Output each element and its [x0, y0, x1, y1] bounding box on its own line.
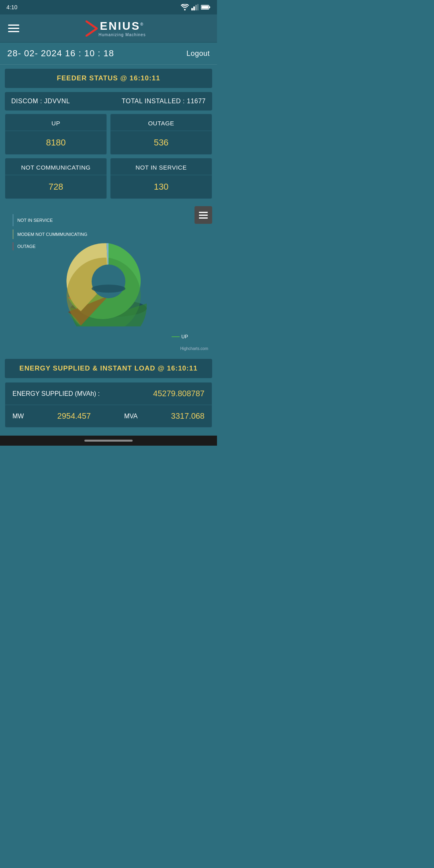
svg-rect-2: [195, 5, 197, 10]
discom-row: DISCOM : JDVVNL TOTAL INSTALLED : 11677: [5, 92, 212, 111]
battery-icon: [201, 4, 211, 10]
stat-card-not-in-service[interactable]: NOT IN SERVICE 130: [110, 158, 212, 199]
svg-rect-0: [191, 8, 193, 10]
stat-value-not-communicating: 728: [5, 175, 106, 199]
brand-name: ENIUS®: [100, 20, 145, 33]
mva-label: MVA: [124, 413, 137, 420]
datetime-bar: 28- 02- 2024 16 : 10 : 18 Logout: [0, 43, 217, 65]
stat-value-up: 8180: [5, 131, 106, 154]
stats-grid: UP 8180 OUTAGE 536 NOT COMMUNICATING 728…: [5, 114, 212, 199]
svg-rect-5: [209, 6, 210, 8]
feeder-status-text: FEEDER STATUS @ 16:10:11: [57, 74, 160, 82]
bottom-bar: [0, 436, 217, 446]
status-time: 4:10: [6, 4, 17, 10]
datetime-display: 28- 02- 2024 16 : 10 : 18: [7, 48, 114, 59]
energy-table: ENERGY SUPPLIED (MVAh) : 45279.808787 MW…: [5, 382, 212, 428]
stat-card-not-communicating[interactable]: NOT COMMUNICATING 728: [5, 158, 107, 199]
tagline: Humanizing Machines: [98, 33, 145, 37]
stat-value-not-in-service: 130: [111, 175, 212, 199]
header: ENIUS® Humanizing Machines: [0, 14, 217, 43]
legend-not-in-service-label: NOT IN SERVICE: [17, 218, 53, 223]
highcharts-credit: Highcharts.com: [180, 346, 208, 351]
svg-rect-3: [197, 4, 199, 10]
status-bar: 4:10: [0, 0, 217, 14]
logo-x-icon: [86, 20, 98, 37]
svg-rect-1: [193, 6, 195, 10]
svg-point-9: [92, 285, 125, 293]
energy-mw-mva-row: MW 2954.457 MVA 3317.068: [5, 405, 212, 427]
legend-outage-label: OUTAGE: [17, 244, 36, 249]
stat-label-outage: OUTAGE: [111, 114, 212, 131]
mw-label: MW: [12, 413, 24, 420]
energy-banner: ENERGY SUPPLIED & INSTANT LOAD @ 16:10:1…: [5, 359, 212, 378]
logout-button[interactable]: Logout: [186, 49, 210, 58]
signal-icon: [191, 4, 199, 10]
registered-icon: ®: [140, 22, 144, 27]
wifi-icon: [181, 4, 189, 10]
energy-supplied-value: 45279.808787: [153, 389, 205, 398]
home-indicator: [84, 440, 133, 442]
chart-up-label: UP: [172, 334, 188, 340]
energy-banner-text: ENERGY SUPPLIED & INSTANT LOAD @ 16:10:1…: [19, 364, 197, 372]
feeder-status-banner: FEEDER STATUS @ 16:10:11: [5, 69, 212, 88]
svg-rect-6: [202, 6, 209, 9]
stat-value-outage: 536: [111, 131, 212, 154]
up-label-text: UP: [181, 334, 188, 340]
mw-value: 2954.457: [57, 411, 91, 421]
logo-area: ENIUS® Humanizing Machines: [21, 20, 211, 37]
logo-sub: ENIUS® Humanizing Machines: [98, 20, 145, 37]
chart-menu-button[interactable]: [194, 206, 212, 224]
hamburger-menu[interactable]: [6, 21, 21, 36]
energy-supplied-row: ENERGY SUPPLIED (MVAh) : 45279.808787: [5, 383, 212, 405]
mva-value: 3317.068: [171, 411, 205, 421]
pie-chart-svg: [60, 238, 157, 326]
legend-not-in-service: NOT IN SERVICE: [13, 214, 87, 226]
total-installed-label: TOTAL INSTALLED : 11677: [122, 98, 206, 105]
svg-point-8: [92, 264, 125, 298]
pie-chart: [60, 238, 157, 328]
stat-card-up[interactable]: UP 8180: [5, 114, 107, 155]
logo: ENIUS® Humanizing Machines: [86, 20, 145, 37]
legend-modem-label: MODEM NOT CUMMMUNICATING: [17, 232, 87, 237]
stat-card-outage[interactable]: OUTAGE 536: [110, 114, 212, 155]
stat-label-not-communicating: NOT COMMUNICATING: [5, 158, 106, 175]
stat-label-not-in-service: NOT IN SERVICE: [111, 158, 212, 175]
stat-label-up: UP: [5, 114, 106, 131]
energy-supplied-label: ENERGY SUPPLIED (MVAh) :: [12, 390, 100, 397]
discom-label: DISCOM : JDVVNL: [11, 98, 70, 105]
status-icons: [181, 4, 211, 10]
chart-area: NOT IN SERVICE MODEM NOT CUMMMUNICATING …: [5, 202, 212, 355]
